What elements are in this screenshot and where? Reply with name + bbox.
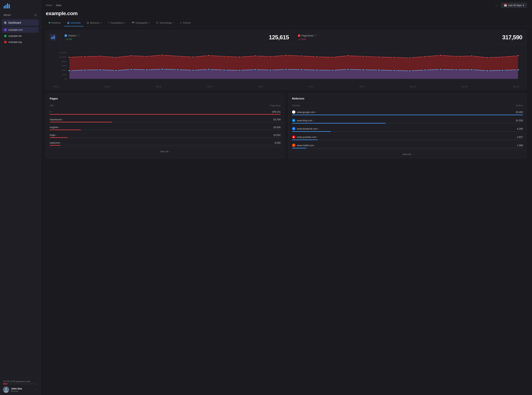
pages-view-all[interactable]: View all ›	[46, 147, 284, 155]
external-link-icon: ⤢	[63, 119, 64, 121]
svg-rect-5	[54, 36, 55, 39]
referrer-bar-bg	[292, 123, 523, 123]
svg-point-56	[161, 69, 164, 70]
page-url[interactable]: /login ⤢	[50, 134, 58, 136]
tab-overview[interactable]: ▦Overview	[64, 19, 84, 26]
table-row: /login ⤢ 15,252	[46, 132, 284, 140]
external-link-icon: ⤢	[51, 111, 53, 113]
page-url[interactable]: /register ⤢	[50, 126, 61, 129]
logout-icon[interactable]: →	[34, 388, 38, 391]
tab-arrow-geographic: ▾	[149, 22, 150, 24]
tab-realtime[interactable]: Realtime	[46, 20, 64, 26]
chart-container: 02K4K6K8K10K12K Oct 22Oct 25Oct 28Oct 31…	[46, 44, 527, 89]
sidebar-item-dashboard[interactable]: ⊞ Dashboard	[2, 19, 39, 26]
page-bar-fill	[50, 130, 81, 130]
page-value: 53,769	[273, 118, 280, 121]
breadcrumb-home[interactable]: Home	[46, 4, 52, 7]
page-url[interactable]: /dashboard ⤢	[50, 118, 64, 121]
tab-icon-behavior: ⊞	[87, 21, 89, 24]
visitors-info-icon[interactable]: ⓘ	[78, 34, 80, 37]
pageviews-label-text: Pageviews	[301, 34, 314, 37]
breadcrumb-current: Stats	[56, 4, 62, 7]
referrers-view-all[interactable]: View all ›	[288, 150, 527, 158]
sidebar-item-label: Dashboard	[8, 21, 21, 24]
settings-icon[interactable]: ⚙	[34, 13, 37, 17]
more-button[interactable]: ···	[493, 3, 499, 8]
site-dot	[4, 41, 7, 43]
svg-point-60	[223, 69, 225, 71]
svg-point-70	[377, 69, 380, 71]
visitors-label-group: Visitors ⓘ ↑ 4.7%	[65, 34, 80, 41]
svg-point-48	[501, 56, 504, 58]
svg-point-21	[83, 56, 86, 57]
external-link-icon: ⤢	[61, 142, 62, 144]
sidebar-sites: example.com example.net example.org	[0, 27, 40, 45]
svg-point-49	[516, 55, 520, 56]
page-url[interactable]: /welcome ⤢	[50, 141, 62, 144]
svg-point-71	[393, 70, 396, 71]
svg-point-57	[176, 69, 179, 70]
svg-point-40	[377, 56, 380, 58]
svg-point-52	[99, 69, 102, 70]
referrer-url[interactable]: www.google.com ⤢	[297, 111, 317, 114]
sidebar-item-example-com[interactable]: example.com	[2, 27, 39, 33]
page-url[interactable]: / ⤢	[50, 110, 53, 113]
pageviews-down-arrow: ↘	[298, 38, 300, 41]
svg-point-46	[470, 55, 473, 56]
col-visitors-label: Visitors	[516, 104, 523, 107]
pageviews-label-group: Pageviews ⓘ ↘ 0.5%	[298, 34, 317, 41]
tab-technology[interactable]: ⊡Technology▾	[153, 19, 177, 26]
svg-point-33	[269, 56, 272, 57]
visitors-label-text: Visitors	[68, 34, 77, 37]
tab-icon-geographic: 🗺	[132, 21, 134, 24]
chart-x-label: Nov 9	[359, 86, 364, 88]
svg-text:12K: 12K	[59, 52, 67, 54]
svg-point-20	[68, 57, 71, 58]
pageviews-info-icon[interactable]: ⓘ	[315, 34, 317, 37]
tab-geographic[interactable]: 🗺Geographic▾	[129, 19, 153, 26]
referrer-url[interactable]: www.bing.com ⤢	[297, 119, 315, 122]
referrer-url[interactable]: www.reddit.com ⤢	[297, 144, 316, 147]
tab-label-technology: Technology	[159, 22, 172, 24]
table-row: / ⤢ 199,131	[46, 109, 284, 116]
tab-label-events: Events	[183, 22, 191, 24]
sidebar-item-example-org[interactable]: example.org	[2, 39, 39, 45]
svg-point-34	[285, 55, 287, 56]
table-row: /register ⤢ 26,926	[46, 124, 284, 132]
svg-point-51	[83, 69, 86, 71]
svg-point-74	[439, 69, 442, 70]
site-dot	[4, 29, 7, 31]
list-item: G www.google.com ⤢ 25,465	[288, 109, 527, 117]
svg-point-72	[408, 70, 411, 71]
svg-point-28	[192, 56, 195, 58]
tab-icon-acquisitions: ⑂	[108, 21, 110, 24]
pageviews-dot	[298, 34, 300, 37]
chart-x-labels: Oct 22Oct 25Oct 28Oct 31Nov 3Nov 6Nov 9N…	[50, 86, 523, 88]
referrers-rows: G www.google.com ⤢ 25,465 b www.bing.com…	[288, 109, 527, 150]
svg-point-42	[408, 57, 411, 59]
logo	[0, 0, 40, 12]
stats-card: Visitors ⓘ ↑ 4.7% 125,615 P	[46, 30, 527, 90]
tab-icon-events: ⤢	[180, 21, 182, 24]
svg-point-66	[315, 69, 319, 71]
svg-point-62	[254, 69, 257, 70]
external-link-icon: ⤢	[316, 111, 317, 113]
tab-events[interactable]: ⤢Events	[177, 19, 194, 26]
referrer-icon: ▶	[292, 135, 295, 139]
visitors-change-value: 4.7%	[67, 38, 72, 41]
chevron-right-icon: ›	[169, 150, 170, 153]
svg-point-75	[455, 69, 458, 70]
sidebar-bottom: 126.3K of 1M pageviews used. John Doe Ac…	[0, 378, 40, 395]
tab-arrow-behavior: ▾	[101, 22, 102, 24]
tab-icon-overview: ▦	[67, 21, 69, 24]
svg-point-43	[424, 56, 427, 57]
date-range-button[interactable]: 📅 Last 30 days ▾	[501, 3, 527, 8]
chart-x-label: Nov 12	[410, 86, 416, 88]
referrer-url[interactable]: www.facebook.com ⤢	[297, 127, 320, 130]
sidebar-item-example-net[interactable]: example.net	[2, 33, 39, 39]
breadcrumb-separator: ›	[54, 4, 55, 7]
tab-acquisitions[interactable]: ⑂Acquisitions▾	[105, 19, 128, 26]
tab-behavior[interactable]: ⊞Behavior▾	[84, 19, 105, 26]
referrer-bar-fill	[292, 115, 523, 115]
referrer-url[interactable]: www.youtube.com ⤢	[297, 136, 319, 138]
